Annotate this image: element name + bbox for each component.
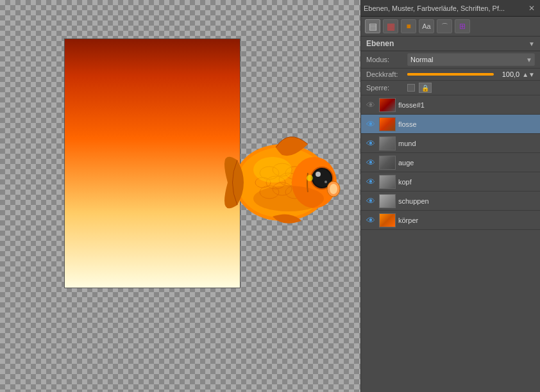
channels-icon: ⊞: [459, 22, 466, 31]
paths-icon: ⌒: [441, 22, 448, 31]
goldfish: [224, 122, 353, 234]
layer-thumb-kopf: [379, 175, 396, 189]
patterns-icon: ▦: [387, 21, 395, 31]
layer-eye-schuppen[interactable]: 👁: [365, 195, 376, 207]
layer-thumb-mund: [379, 136, 396, 151]
deckkraft-row: Deckkraft: 100,0 ▲▼: [361, 69, 540, 81]
right-panel: Ebenen, Muster, Farbverläufe, Schriften,…: [360, 0, 540, 392]
layer-eye-mund[interactable]: 👁: [365, 138, 376, 149]
layer-item-schuppen[interactable]: 👁 schuppen: [361, 192, 540, 211]
layer-thumb-koerper: [379, 213, 396, 227]
layer-item-kopf[interactable]: 👁 kopf: [361, 172, 540, 192]
ebenen-title: Ebenen: [366, 39, 394, 48]
layers-icon: ▤: [369, 21, 377, 31]
layer-item-koerper[interactable]: 👁 körper: [361, 211, 540, 230]
ebenen-expand-button[interactable]: ▼: [528, 40, 535, 47]
layer-name-schuppen: schuppen: [398, 197, 536, 205]
svg-point-18: [316, 172, 321, 177]
layer-name-flosse1: flosse#1: [398, 101, 536, 109]
svg-point-13: [253, 157, 292, 183]
canvas-area: [0, 0, 360, 392]
layers-icon-btn[interactable]: ▤: [365, 19, 380, 33]
gradients-icon: ■: [406, 22, 410, 31]
svg-point-21: [330, 184, 337, 194]
layer-name-kopf: kopf: [398, 178, 536, 186]
modus-label: Modus:: [366, 56, 403, 63]
main-area: Ebenen, Muster, Farbverläufe, Schriften,…: [0, 0, 540, 392]
layer-item-mund[interactable]: 👁 mund: [361, 134, 540, 153]
gradients-icon-btn[interactable]: ■: [401, 19, 416, 33]
modus-row: Modus: Normal Multiplizieren Bildschirm …: [361, 51, 540, 69]
layer-eye-flosse[interactable]: 👁: [365, 118, 376, 130]
layer-thumb-schuppen: [379, 194, 396, 208]
layer-list: 👁 flosse#1 👁 flosse 👁 mund 👁: [361, 95, 540, 392]
layer-eye-kopf[interactable]: 👁: [365, 176, 376, 188]
panel-tab-text: Ebenen, Muster, Farbverläufe, Schriften,…: [364, 4, 526, 12]
text-icon: Aa: [422, 22, 430, 30]
opacity-slider-fill: [407, 73, 485, 76]
layer-name-koerper: körper: [398, 216, 536, 224]
lock-checkbox[interactable]: [407, 84, 415, 92]
modus-select[interactable]: Normal Multiplizieren Bildschirm: [407, 53, 535, 66]
layer-name-flosse: flosse: [398, 120, 536, 128]
layer-thumb-auge: [379, 156, 396, 170]
layer-eye-auge[interactable]: 👁: [365, 157, 376, 168]
sperre-label: Sperre:: [366, 84, 403, 92]
layer-eye-flosse1[interactable]: 👁: [365, 99, 376, 111]
svg-point-22: [253, 186, 324, 211]
layer-thumb-flosse: [379, 117, 396, 131]
paths-icon-btn[interactable]: ⌒: [437, 19, 452, 33]
patterns-icon-btn[interactable]: ▦: [383, 19, 398, 33]
ebenen-section-header: Ebenen ▼: [361, 37, 540, 51]
opacity-arrows[interactable]: ▲▼: [522, 71, 535, 78]
text-icon-btn[interactable]: Aa: [419, 19, 434, 33]
canvas-image: [64, 38, 240, 288]
opacity-value: 100,0: [496, 70, 519, 78]
panel-close-button[interactable]: ✕: [526, 3, 537, 14]
lock-symbol: 🔒: [421, 85, 429, 92]
sperre-row: Sperre: 🔒: [361, 81, 540, 95]
channels-icon-btn[interactable]: ⊞: [455, 19, 470, 33]
svg-point-19: [325, 181, 327, 183]
opacity-slider[interactable]: [407, 73, 494, 76]
deckkraft-label: Deckkraft:: [366, 70, 403, 78]
panel-tab-bar: Ebenen, Muster, Farbverläufe, Schriften,…: [361, 0, 540, 17]
layer-item-auge[interactable]: 👁 auge: [361, 153, 540, 172]
modus-select-wrapper[interactable]: Normal Multiplizieren Bildschirm ▼: [407, 53, 535, 66]
layer-eye-koerper[interactable]: 👁: [365, 215, 376, 226]
layer-item-flosse[interactable]: 👁 flosse: [361, 115, 540, 134]
opacity-slider-container: 100,0 ▲▼: [407, 70, 535, 78]
svg-point-23: [307, 175, 313, 181]
lock-icon[interactable]: 🔒: [419, 83, 432, 93]
layer-thumb-flosse1: [379, 98, 396, 112]
panel-icons-row: ▤ ▦ ■ Aa ⌒ ⊞: [361, 17, 540, 37]
layer-name-mund: mund: [398, 140, 536, 147]
layer-name-auge: auge: [398, 159, 536, 167]
layer-item-flosse1[interactable]: 👁 flosse#1: [361, 95, 540, 115]
